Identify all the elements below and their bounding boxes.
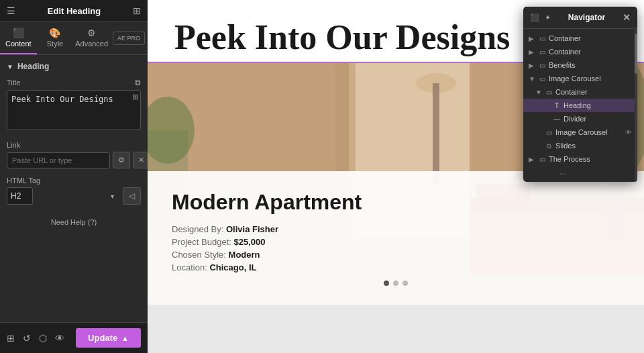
navigator-items: ▶ ▭ Container ▶ ▭ Container ▶ ▭ Benefits… [523,29,637,182]
nav-heading-icon: T [553,102,561,109]
nav-arrow-down-icon: ▼ [529,75,535,83]
tab-style[interactable]: 🎨 Style [37,22,74,54]
nav-item-benefits[interactable]: ▶ ▭ Benefits [523,58,637,72]
nav-arrow-down-icon: ▼ [535,89,542,96]
nav-item-container-2[interactable]: ▶ ▭ Container [523,45,637,58]
nav-layout-icon[interactable]: ⬛ [530,13,539,22]
nav-item-label: Divider [564,115,632,123]
title-textarea[interactable]: Peek Into Our Designs [7,90,141,130]
link-input[interactable] [7,152,110,168]
nav-item-the-process[interactable]: ▶ ▭ The Process [523,152,637,166]
tab-content[interactable]: ⬛ Content [0,22,37,54]
navigator-header: ⬛ ✦ Navigator ✕ [523,7,637,29]
html-tag-select-wrap: H1 H2 H3 H4 H5 H6 div span p ▾ [7,187,119,205]
need-help-section: Need Help (?) [7,218,141,226]
link-remove-button[interactable]: ✕ [133,152,148,168]
navigator-panel: ⬛ ✦ Navigator ✕ ▶ ▭ Container ▶ ▭ Contai… [523,7,637,182]
nav-container-icon: ▭ [545,89,553,96]
nav-carousel-icon: ▭ [538,75,546,83]
budget-value: $25,000 [234,237,266,247]
nav-container-icon: ▭ [538,48,546,56]
nav-item-container-child[interactable]: ▼ ▭ Container [523,85,637,99]
need-help-text: Need Help [51,218,86,226]
style-tab-icon: 🎨 [37,28,74,38]
nav-item-image-carousel-child[interactable]: ▭ Image Carousel 👁 [523,125,637,139]
update-arrow-icon: ▲ [121,334,129,342]
nav-container-icon: ▭ [538,35,546,42]
html-tag-label: HTML Tag [7,176,141,185]
dot-1[interactable] [384,281,389,286]
nav-item-label: Container [549,48,632,56]
nav-item-image-carousel[interactable]: ▼ ▭ Image Carousel [523,72,637,85]
update-label: Update [88,333,117,343]
html-tag-field-group: HTML Tag H1 H2 H3 H4 H5 H6 div span p [7,176,141,205]
responsive-icon[interactable]: ⬡ [39,333,47,344]
html-tag-select[interactable]: H1 H2 H3 H4 H5 H6 div span p [7,187,33,205]
preview-icon[interactable]: 👁 [55,333,64,344]
layers-icon[interactable]: ⊞ [7,333,15,344]
nav-search-icon[interactable]: ✦ [545,13,551,22]
advanced-tab-icon: ⚙ [73,28,110,38]
nav-item-label: Image Carousel [555,128,623,136]
nav-item-slides[interactable]: ⊙ Slides [523,139,637,152]
nav-arrow-icon: ▶ [529,48,535,56]
style-label: Chosen Style: [172,250,226,260]
apartment-title: Modern Apartment [172,190,620,215]
nav-carousel-child-icon: ▭ [545,129,553,136]
nav-item-heading[interactable]: T Heading [523,99,637,112]
dot-2[interactable] [393,281,398,286]
title-field-group: Title ⧉ Peek Into Our Designs ⊞ [7,78,141,133]
section-arrow-icon: ▼ [7,63,13,70]
nav-item-container-1[interactable]: ▶ ▭ Container [523,32,637,45]
nav-header-left-icons: ⬛ ✦ [530,13,551,22]
nav-arrow-icon: ▶ [529,62,535,69]
navigator-close-button[interactable]: ✕ [623,12,631,23]
nav-item-label: Container [549,34,632,42]
section-header: ▼ Heading [7,62,141,71]
nav-scroll-thumb[interactable] [635,34,637,74]
tab-style-label: Style [47,40,63,48]
detail-location: Location: Chicago, IL [172,262,620,272]
nav-arrow-icon: ▶ [529,35,535,42]
ae-pro-button[interactable]: AE PRO [113,32,145,45]
link-field-group: Link ⚙ ✕ [7,141,141,168]
content-tab-icon: ⬛ [0,28,37,38]
help-icon[interactable]: (?) [88,218,97,226]
svg-rect-4 [433,83,439,184]
link-settings-button[interactable]: ⚙ [113,152,130,168]
title-options-icon[interactable]: ⧉ [135,78,141,87]
link-input-wrap: ⚙ ✕ [7,152,141,168]
hamburger-icon[interactable]: ☰ [7,5,15,16]
collapse-button[interactable]: ◁ [123,187,141,205]
history-icon[interactable]: ↺ [23,333,31,344]
budget-label: Project Budget: [172,237,231,247]
nav-process-icon: ▭ [538,156,546,163]
dot-3[interactable] [402,281,408,286]
select-arrow-icon: ▾ [111,193,114,200]
panel-header: ☰ Edit Heading ⊞ [0,0,148,22]
detail-budget: Project Budget: $25,000 [172,237,620,247]
nav-item-label: Slides [555,142,632,150]
nav-item-label: Container [555,88,632,96]
update-button[interactable]: Update ▲ [76,328,141,348]
bottom-toolbar: ⊞ ↺ ⬡ 👁 Update ▲ [0,322,148,353]
link-label: Link [7,141,141,149]
nav-arrow-icon: ▶ [529,156,535,163]
tab-advanced[interactable]: ⚙ Advanced [73,22,110,54]
nav-item-divider[interactable]: — Divider [523,112,637,125]
nav-item-label: The Process [549,155,632,163]
detail-designed-by: Designed By: Olivia Fisher [172,224,620,234]
detail-style: Chosen Style: Modern [172,250,620,260]
textarea-copy-icon[interactable]: ⊞ [132,93,138,101]
location-value: Chicago, IL [209,262,256,272]
nav-scrollbar [635,27,637,182]
html-tag-wrap: H1 H2 H3 H4 H5 H6 div span p ▾ ◁ [7,187,141,205]
panel-tabs: ⬛ Content 🎨 Style ⚙ Advanced AE PRO [0,22,148,55]
designed-by-value: Olivia Fisher [226,224,278,234]
tab-advanced-label: Advanced [75,40,108,48]
grid-icon[interactable]: ⊞ [133,5,141,16]
style-value: Modern [229,250,260,260]
nav-eye-icon[interactable]: 👁 [625,129,632,136]
nav-slides-icon: ⊙ [545,142,553,150]
nav-more: ... [523,166,637,179]
